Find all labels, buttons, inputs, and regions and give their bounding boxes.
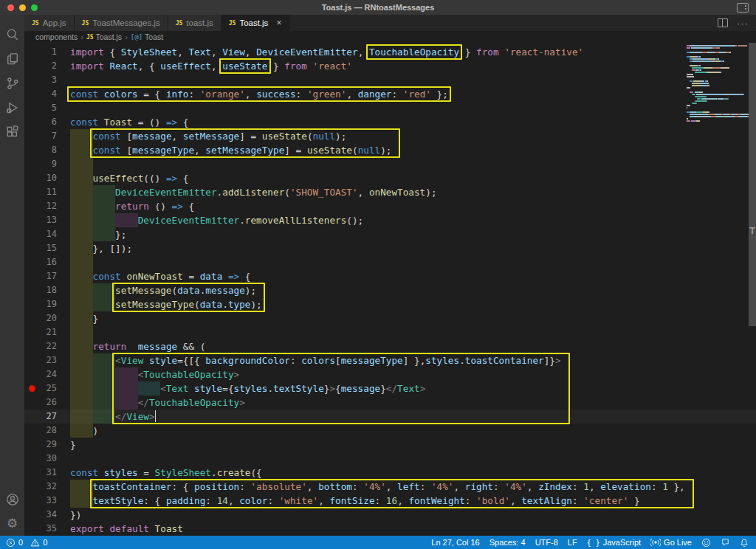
code-text: useEffect(() => { xyxy=(70,171,188,185)
code-line[interactable]: 2import React, { useEffect, useState } f… xyxy=(24,59,756,73)
code-line[interactable]: 27 </View> xyxy=(24,410,756,424)
status-broadcast-go-live[interactable]: Go Live xyxy=(650,538,692,547)
code-text: return message && ( xyxy=(70,339,205,353)
code-line[interactable]: 6const Toast = () => { xyxy=(24,115,756,129)
split-editor-icon[interactable] xyxy=(718,18,728,27)
code-line[interactable]: 13 DeviceEventEmitter.removeAllListeners… xyxy=(24,213,756,227)
code-line[interactable]: 1import { StyleSheet, Text, View, Device… xyxy=(24,45,756,59)
code-line[interactable]: 28 ) xyxy=(24,424,756,438)
status-bell-icon[interactable] xyxy=(740,538,749,548)
line-number: 25 xyxy=(24,381,57,396)
code-line[interactable]: 31const styles = StyleSheet.create({ xyxy=(24,466,756,480)
code-line[interactable]: 29} xyxy=(24,438,756,452)
settings-icon[interactable]: ⚙ xyxy=(0,511,24,536)
indent-guide xyxy=(70,255,93,269)
breadcrumb-item[interactable]: components xyxy=(35,32,78,41)
status-lf[interactable]: LF xyxy=(568,538,577,547)
code-text: const [message, setMessage] = useState(n… xyxy=(70,129,346,143)
tab-toast-js[interactable]: JStoast.js xyxy=(168,15,221,31)
code-line[interactable]: 12 return () => { xyxy=(24,199,756,213)
status-utf-8[interactable]: UTF-8 xyxy=(535,538,558,547)
code-line[interactable]: 16 xyxy=(24,255,756,269)
line-number: 34 xyxy=(24,508,57,522)
line-number: 24 xyxy=(24,367,57,381)
code-text: <Text style={styles.textStyle}>{message}… xyxy=(70,381,425,396)
code-line[interactable]: 10 useEffect(() => { xyxy=(24,171,756,185)
code-line[interactable]: 18 setMessage(data.message); xyxy=(24,283,756,297)
status-smiley-icon[interactable] xyxy=(701,538,711,548)
status-warning-0[interactable]: 0 xyxy=(30,538,47,548)
tab-app-js[interactable]: JSApp.js xyxy=(24,15,75,31)
line-number: 2 xyxy=(24,59,57,73)
close-window-button[interactable] xyxy=(7,4,14,11)
code-line[interactable]: 3 xyxy=(24,73,756,87)
status-ln-27-col-16[interactable]: Ln 27, Col 16 xyxy=(431,538,479,547)
code-line[interactable]: 33 textStyle: { padding: 14, color: 'whi… xyxy=(24,494,756,508)
more-actions-icon[interactable]: ··· xyxy=(737,18,749,29)
code-text: import { StyleSheet, Text, View, DeviceE… xyxy=(70,45,583,59)
source-control-icon[interactable] xyxy=(0,71,24,95)
close-tab-icon[interactable]: × xyxy=(276,18,281,27)
code-text: textStyle: { padding: 14, color: 'white'… xyxy=(70,494,640,508)
extensions-icon[interactable] xyxy=(0,120,24,144)
status-braces-javascript[interactable]: { }JavaScript xyxy=(587,538,641,547)
account-icon[interactable] xyxy=(0,487,24,511)
code-line[interactable]: 30 xyxy=(24,452,756,466)
status-feedback-icon[interactable] xyxy=(721,538,730,547)
code-line[interactable]: 23 <View style={[{ backgroundColor: colo… xyxy=(24,353,756,367)
javascript-file-icon: JS xyxy=(229,20,236,27)
code-line[interactable]: 32 toastContainer: { position: 'absolute… xyxy=(24,480,756,494)
code-line[interactable]: 5 xyxy=(24,101,756,115)
code-line[interactable]: 25 <Text style={styles.textStyle}>{messa… xyxy=(24,381,756,396)
minimap[interactable] xyxy=(687,44,749,122)
status-error-0[interactable]: 0 xyxy=(6,538,23,548)
window-controls[interactable] xyxy=(7,4,38,11)
code-text: <View style={[{ backgroundColor: colors[… xyxy=(70,353,561,367)
files-icon[interactable] xyxy=(0,46,24,71)
line-number: 22 xyxy=(24,339,57,353)
status-spaces-4[interactable]: Spaces: 4 xyxy=(489,538,526,547)
run-debug-icon[interactable] xyxy=(0,95,24,120)
code-line[interactable]: 17 const onNewToast = data => { xyxy=(24,269,756,283)
code-line[interactable]: 14 }; xyxy=(24,227,756,241)
braces-icon: { } xyxy=(587,539,600,547)
line-number: 35 xyxy=(24,522,57,536)
code-editor[interactable]: 1import { StyleSheet, Text, View, Device… xyxy=(24,43,756,536)
tab-label: toast.js xyxy=(186,18,213,27)
breadcrumb-item[interactable]: [@]Toast xyxy=(131,32,163,41)
breadcrumb-item[interactable]: JSToast.js xyxy=(86,32,122,41)
line-number: 4 xyxy=(24,87,57,101)
javascript-file-icon: JS xyxy=(82,20,89,27)
code-line[interactable]: 24 <TouchableOpacity> xyxy=(24,367,756,381)
line-number: 31 xyxy=(24,466,57,480)
code-text: const Toast = () => { xyxy=(70,115,188,129)
code-line[interactable]: 34}) xyxy=(24,508,756,522)
scrollbar[interactable] xyxy=(749,43,756,326)
breadcrumb-label: components xyxy=(35,32,78,41)
code-line[interactable]: 35export default Toast xyxy=(24,522,756,536)
code-line[interactable]: 26 </TouchableOpacity> xyxy=(24,396,756,410)
code-line[interactable]: 11 DeviceEventEmitter.addListener('SHOW_… xyxy=(24,185,756,199)
line-number: 13 xyxy=(24,213,57,227)
breadcrumb[interactable]: components›JSToast.js›[@]Toast xyxy=(24,31,756,43)
line-number: 29 xyxy=(24,438,57,452)
code-line[interactable]: 22 return message && ( xyxy=(24,339,756,353)
code-line[interactable]: 7 const [message, setMessage] = useState… xyxy=(24,129,756,143)
line-number: 3 xyxy=(24,73,57,87)
tab-label: ToastMessages.js xyxy=(92,18,159,27)
code-line[interactable]: 8 const [messageType, setMessageType] = … xyxy=(24,143,756,157)
code-line[interactable]: 4const colors = { info: 'orange', succes… xyxy=(24,87,756,101)
code-line[interactable]: 19 setMessageType(data.type); xyxy=(24,297,756,311)
status-label: JavaScript xyxy=(603,538,641,547)
code-line[interactable]: 20 } xyxy=(24,311,756,325)
minimize-window-button[interactable] xyxy=(19,4,26,11)
code-line[interactable]: 15 }, []); xyxy=(24,241,756,255)
code-line[interactable]: 9 xyxy=(24,157,756,171)
line-number: 17 xyxy=(24,269,57,283)
tab-toast-js[interactable]: JSToast.js× xyxy=(221,15,290,31)
search-icon[interactable] xyxy=(0,22,24,46)
code-line[interactable]: 21 xyxy=(24,325,756,339)
maximize-window-button[interactable] xyxy=(31,4,38,11)
tab-toastmessages-js[interactable]: JSToastMessages.js xyxy=(75,15,168,31)
customize-layout-icon[interactable] xyxy=(737,3,749,13)
